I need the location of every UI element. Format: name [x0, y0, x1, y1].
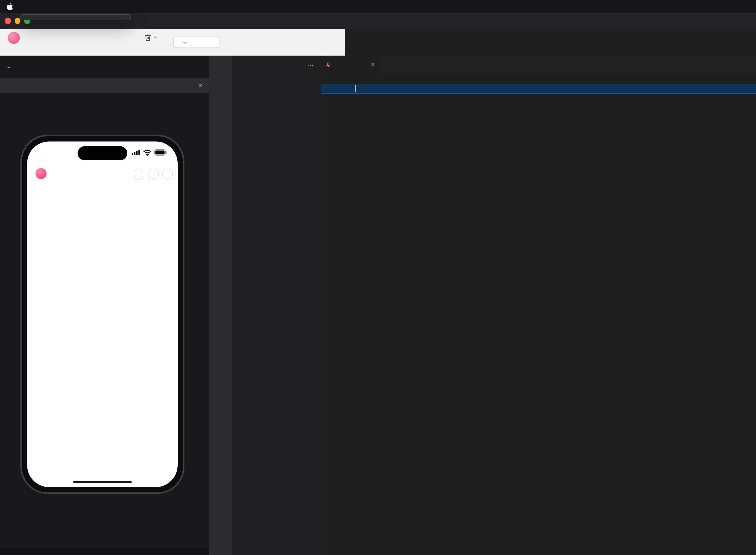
battery-icon: [154, 149, 167, 156]
dynamic-island: [78, 146, 127, 160]
simulator-header: [0, 56, 209, 78]
simulator-panel: ✕: [0, 56, 209, 555]
chevron-down-icon: [6, 65, 11, 70]
apple-menu-icon[interactable]: [6, 3, 14, 10]
toolbar: [0, 29, 756, 56]
signal-icon: [132, 149, 141, 156]
minimize-window-button[interactable]: [14, 18, 21, 24]
close-window-button[interactable]: [5, 18, 11, 24]
more-actions-icon[interactable]: ⋯: [307, 61, 314, 69]
close-icon[interactable]: ✕: [198, 82, 203, 89]
simulator-statusbar: [0, 548, 209, 555]
activity-bar: [209, 56, 232, 555]
explorer-header: ⋯: [232, 56, 321, 75]
wifi-icon: [143, 149, 152, 156]
code-lines: [321, 85, 756, 87]
trash-icon: [144, 33, 152, 42]
phone-screen: [27, 141, 177, 487]
explorer-sidebar: ⋯: [232, 56, 321, 555]
ttss-file-icon: #: [325, 61, 331, 68]
devtools-window: ✕: [0, 13, 756, 555]
tab-index-ttss[interactable]: # ✕: [321, 56, 380, 73]
chevron-down-icon: [182, 40, 187, 45]
home-indicator[interactable]: [73, 481, 132, 483]
chevron-down-icon: [153, 35, 158, 40]
more-button[interactable]: [148, 169, 159, 180]
editor-area: # ✕: [321, 56, 756, 555]
breadcrumb: [321, 73, 756, 85]
simulator-notice: ✕: [0, 78, 209, 93]
phone-simulator: [21, 135, 185, 494]
feedback-button[interactable]: [134, 169, 143, 180]
text-cursor: [355, 85, 356, 92]
close-miniprogram-button[interactable]: [162, 169, 173, 180]
miniprogram-logo: [36, 168, 46, 179]
code-editor[interactable]: [321, 85, 756, 555]
status-icons: [132, 149, 167, 156]
app-menu-dropdown: [21, 14, 131, 20]
compile-mode-select[interactable]: [173, 37, 220, 48]
close-tab-icon[interactable]: ✕: [371, 61, 375, 67]
user-avatar[interactable]: [8, 32, 20, 44]
clear-cache-button[interactable]: [133, 32, 168, 43]
screen: ✕: [0, 0, 756, 555]
toolbar-dark-area: [345, 29, 756, 56]
tab-bar: # ✕: [321, 56, 756, 73]
main-area: ✕: [0, 56, 756, 555]
toolbar-left: [0, 29, 345, 56]
macos-menu-bar: [0, 0, 756, 13]
